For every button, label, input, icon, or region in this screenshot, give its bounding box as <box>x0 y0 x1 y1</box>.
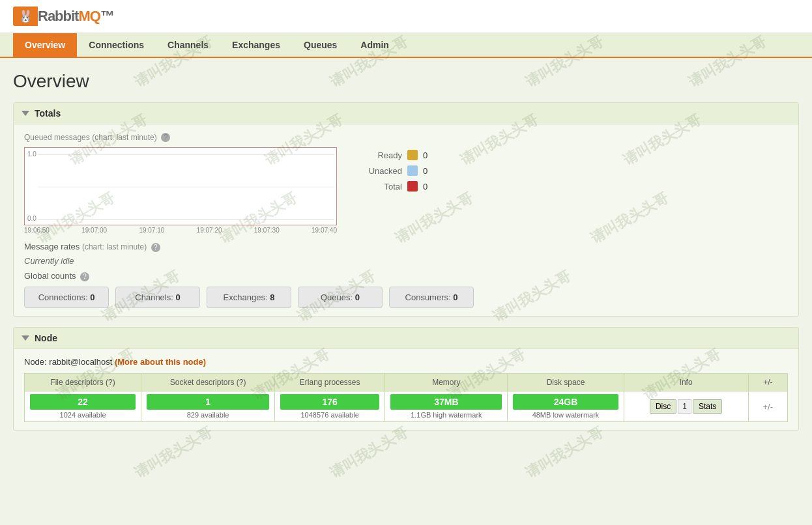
td-file-desc: 22 1024 available <box>25 391 141 422</box>
chart-x-labels: 19:06:50 19:07:00 19:07:10 19:07:20 19:0… <box>24 227 337 234</box>
file-desc-sub: 1024 available <box>60 411 106 419</box>
memory-sub: 1.1GB high watermark <box>411 411 482 419</box>
disc-button[interactable]: Disc <box>650 399 676 414</box>
nav-queues[interactable]: Queues <box>292 33 349 57</box>
socket-desc-sub: 829 available <box>187 411 229 419</box>
td-plus-minus: +/- <box>748 391 787 422</box>
disc-stats-group: Disc 1 Stats <box>630 399 743 414</box>
plus-minus-text[interactable]: +/- <box>761 399 776 414</box>
connections-badge: Connections: 0 <box>24 287 109 308</box>
table-row: 22 1024 available 1 829 available <box>25 391 788 422</box>
th-info: Info <box>624 374 748 391</box>
chart-legend: Ready 0 Unacked 0 Total 0 <box>356 147 428 192</box>
th-socket-desc: Socket descriptors (?) <box>141 374 275 391</box>
collapse-icon[interactable] <box>22 111 29 116</box>
node-section: Node Node: rabbit@localhost (More about … <box>13 327 799 431</box>
counts-row: Connections: 0 Channels: 0 Exchanges: 8 … <box>24 287 788 308</box>
nav-overview[interactable]: Overview <box>13 33 77 57</box>
header: 🐰 RabbitMQ™ <box>0 0 812 33</box>
th-memory: Memory <box>385 374 508 391</box>
td-memory: 37MB 1.1GB high watermark <box>385 391 508 422</box>
legend-total: Total 0 <box>356 181 428 192</box>
global-counts-label: Global counts ? <box>24 271 788 281</box>
node-table: File descriptors (?) Socket descriptors … <box>24 373 788 422</box>
legend-ready: Ready 0 <box>356 150 428 160</box>
totals-title: Totals <box>35 108 61 119</box>
message-rates-label: Message rates (chart: last minute) ? <box>24 242 788 252</box>
logo-text: RabbitMQ™ <box>38 8 114 25</box>
idle-text: Currently idle <box>24 256 788 266</box>
logo-rabbit: Rabbit <box>38 8 78 24</box>
erlang-bar: 176 <box>280 394 379 410</box>
queued-chart: 1.0 0.0 <box>24 147 337 225</box>
logo: 🐰 RabbitMQ™ <box>13 7 114 26</box>
td-info: Disc 1 Stats <box>624 391 748 422</box>
exchanges-badge: Exchanges: 8 <box>207 287 291 308</box>
disk-sub: 48MB low watermark <box>532 411 600 419</box>
th-plus-minus: +/- <box>748 374 787 391</box>
queued-help[interactable]: ? <box>161 133 170 142</box>
node-header: Node <box>14 328 798 349</box>
node-title: Node <box>35 333 57 343</box>
stats-button[interactable]: Stats <box>693 399 722 414</box>
channels-badge: Channels: 0 <box>115 287 200 308</box>
page-title: Overview <box>13 71 799 92</box>
memory-bar: 37MB <box>390 394 502 410</box>
socket-desc-bar: 1 <box>147 394 269 410</box>
table-header-row: File descriptors (?) Socket descriptors … <box>25 374 788 391</box>
consumers-badge: Consumers: 0 <box>389 287 474 308</box>
th-erlang: Erlang processes <box>275 374 385 391</box>
queued-label: Queued messages (chart: last minute) ? <box>24 132 788 142</box>
node-collapse-icon[interactable] <box>22 335 29 341</box>
rates-help[interactable]: ? <box>151 243 160 252</box>
ready-color <box>407 150 418 160</box>
content: Overview Totals Queued messages (chart: … <box>0 58 812 454</box>
chart-svg <box>25 148 338 226</box>
disc-num: 1 <box>678 399 691 414</box>
unacked-color <box>407 165 418 176</box>
node-info: Node: rabbit@localhost (More about this … <box>24 357 788 367</box>
nav-admin[interactable]: Admin <box>349 33 401 57</box>
totals-body: Queued messages (chart: last minute) ? 1… <box>14 124 798 316</box>
node-body: Node: rabbit@localhost (More about this … <box>14 349 798 430</box>
logo-icon: 🐰 <box>13 7 38 26</box>
td-socket-desc: 1 829 available <box>141 391 275 422</box>
nav-connections[interactable]: Connections <box>77 33 156 57</box>
legend-unacked: Unacked 0 <box>356 165 428 176</box>
total-color <box>407 181 418 192</box>
th-file-desc: File descriptors (?) <box>25 374 141 391</box>
file-desc-bar: 22 <box>30 394 136 410</box>
nav-exchanges[interactable]: Exchanges <box>220 33 292 57</box>
disk-bar: 24GB <box>513 394 618 410</box>
erlang-sub: 1048576 available <box>301 411 359 419</box>
totals-section: Totals Queued messages (chart: last minu… <box>13 102 799 317</box>
logo-mq: MQ <box>78 8 100 24</box>
queues-badge: Queues: 0 <box>298 287 383 308</box>
nav-channels[interactable]: Channels <box>156 33 220 57</box>
td-disk: 24GB 48MB low watermark <box>508 391 624 422</box>
td-erlang: 176 1048576 available <box>275 391 385 422</box>
totals-header: Totals <box>14 103 798 124</box>
node-link[interactable]: (More about this node) <box>115 357 206 367</box>
chart-container: 1.0 0.0 19:06:50 19:07:00 19:07:10 19:07… <box>24 147 788 234</box>
global-help[interactable]: ? <box>80 272 89 281</box>
th-disk: Disk space <box>508 374 624 391</box>
nav: Overview Connections Channels Exchanges … <box>0 33 812 58</box>
